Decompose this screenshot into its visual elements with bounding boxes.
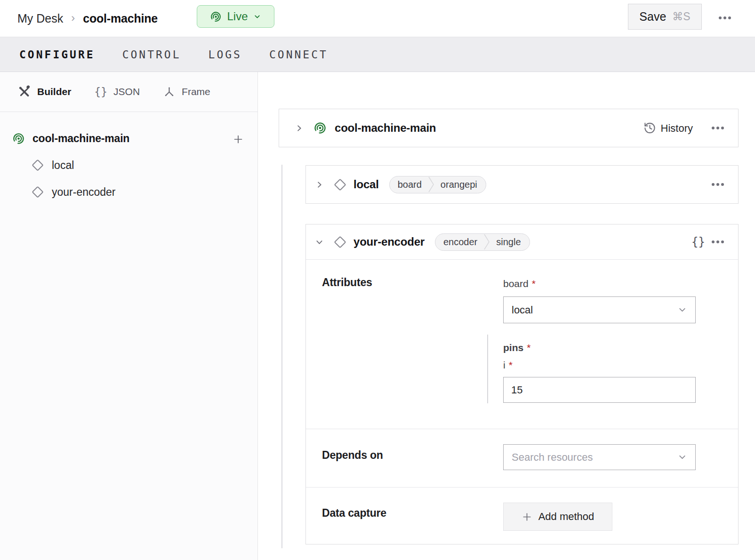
save-button[interactable]: Save ⌘S xyxy=(628,4,702,30)
mode-tab-frame[interactable]: Frame xyxy=(163,86,210,98)
history-button-label: History xyxy=(661,122,693,134)
type-badge: board xyxy=(390,179,428,190)
section-divider xyxy=(306,429,738,429)
tree-item-machine-root[interactable]: cool-machine-main xyxy=(0,127,257,150)
breadcrumb: My Desk › cool-machine xyxy=(17,0,158,37)
broadcast-icon xyxy=(210,11,222,23)
your-encoder-card: your-encoder encoder single {} Attribute… xyxy=(305,224,739,544)
frame-axes-icon xyxy=(163,86,176,98)
mode-tab-json-label: JSON xyxy=(113,86,140,97)
broadcast-icon xyxy=(313,121,327,135)
badge-divider-chevron-icon xyxy=(428,176,434,193)
plus-icon xyxy=(233,134,244,145)
tree-item-your-encoder[interactable]: your-encoder xyxy=(0,181,257,203)
encoder-type-model-badge: encoder single xyxy=(435,233,530,251)
tab-logs[interactable]: LOGS xyxy=(209,48,242,61)
live-status-label: Live xyxy=(227,10,248,23)
component-diamond-icon xyxy=(333,235,347,249)
attributes-section-label: Attributes xyxy=(322,276,372,289)
chevron-down-icon xyxy=(677,452,687,462)
badge-divider-chevron-icon xyxy=(484,233,490,251)
config-mode-tabs: Builder {} JSON Frame xyxy=(0,72,257,112)
local-card-title: local xyxy=(353,178,379,191)
required-asterisk: * xyxy=(532,278,536,289)
section-divider xyxy=(306,487,738,488)
save-button-label: Save xyxy=(639,10,666,24)
machine-card-title: cool-machine-main xyxy=(335,121,436,135)
tree-item-local-label: local xyxy=(52,159,74,172)
chevron-down-icon xyxy=(253,13,261,21)
machine-main-card: cool-machine-main History xyxy=(279,109,739,147)
required-asterisk: * xyxy=(527,342,530,353)
section-divider xyxy=(306,259,738,260)
tree-item-your-encoder-label: your-encoder xyxy=(52,186,116,199)
mode-tab-frame-label: Frame xyxy=(182,86,210,97)
pins-group-label: pins* xyxy=(503,342,530,353)
add-method-button-label: Add method xyxy=(538,511,594,523)
pins-group-indent-line xyxy=(487,335,488,403)
tree-item-machine-root-label: cool-machine-main xyxy=(32,132,129,145)
breadcrumb-parent-link[interactable]: My Desk xyxy=(17,12,63,25)
local-card-more-button[interactable] xyxy=(709,180,727,189)
live-status-dropdown[interactable]: Live xyxy=(197,5,274,28)
tools-icon xyxy=(18,85,31,98)
top-bar: My Desk › cool-machine Live Save ⌘ xyxy=(0,0,755,37)
mode-tab-builder[interactable]: Builder xyxy=(18,85,71,98)
save-shortcut-hint: ⌘S xyxy=(672,10,690,23)
chevron-right-icon[interactable] xyxy=(315,180,324,189)
board-field-label: board* xyxy=(503,278,536,289)
config-sidebar: Builder {} JSON Frame xyxy=(0,72,258,560)
local-board-card: local board orangepi xyxy=(305,165,739,204)
mode-tab-json[interactable]: {} JSON xyxy=(94,86,140,98)
ellipsis-icon xyxy=(719,16,731,19)
view-json-button[interactable]: {} xyxy=(691,235,705,248)
board-select-value: local xyxy=(512,304,533,316)
model-badge: single xyxy=(490,237,529,248)
machine-card-more-button[interactable] xyxy=(709,124,727,132)
model-badge: orangepi xyxy=(434,179,486,190)
data-capture-section-label: Data capture xyxy=(322,507,386,520)
history-clock-icon xyxy=(643,122,656,135)
add-component-button[interactable] xyxy=(232,133,244,145)
chevron-down-icon xyxy=(677,305,687,315)
tab-configure[interactable]: CONFIGURE xyxy=(19,48,95,61)
tree-item-local[interactable]: local xyxy=(0,154,257,176)
component-diamond-icon xyxy=(31,185,44,199)
broadcast-icon xyxy=(12,132,25,145)
breadcrumb-current-machine: cool-machine xyxy=(83,12,158,25)
plus-icon xyxy=(522,512,532,522)
ellipsis-icon xyxy=(712,240,724,243)
component-diamond-icon xyxy=(333,178,347,192)
depends-on-search-select[interactable]: Search resources xyxy=(503,444,696,470)
ellipsis-icon xyxy=(712,127,724,129)
topbar-more-menu-button[interactable] xyxy=(715,11,734,24)
add-method-button[interactable]: Add method xyxy=(503,503,612,531)
ellipsis-icon xyxy=(712,183,724,186)
card-connector-line xyxy=(281,165,282,548)
machine-nav-tabbar: CONFIGURE CONTROL LOGS CONNECT xyxy=(0,37,755,72)
chevron-down-icon[interactable] xyxy=(315,238,324,247)
tab-connect[interactable]: CONNECT xyxy=(269,48,328,61)
depends-on-placeholder: Search resources xyxy=(512,451,593,464)
pin-i-input[interactable] xyxy=(503,377,696,403)
machine-config-page: My Desk › cool-machine Live Save ⌘ xyxy=(0,0,755,560)
component-diamond-icon xyxy=(31,159,44,172)
chevron-right-icon[interactable] xyxy=(295,124,304,133)
tab-control[interactable]: CONTROL xyxy=(122,48,181,61)
local-type-model-badge: board orangepi xyxy=(389,176,486,193)
board-select[interactable]: local xyxy=(503,296,696,323)
encoder-card-title: your-encoder xyxy=(353,235,425,248)
depends-on-section-label: Depends on xyxy=(322,449,383,462)
curly-braces-icon: {} xyxy=(94,86,107,98)
history-button[interactable]: History xyxy=(643,122,693,135)
your-encoder-card-header: your-encoder encoder single {} xyxy=(306,224,738,259)
encoder-card-more-button[interactable] xyxy=(709,238,727,246)
required-asterisk: * xyxy=(509,360,513,370)
mode-tab-builder-label: Builder xyxy=(37,86,71,97)
pin-i-field-label: i* xyxy=(503,360,513,371)
type-badge: encoder xyxy=(435,237,484,248)
breadcrumb-separator-icon: › xyxy=(71,11,75,24)
